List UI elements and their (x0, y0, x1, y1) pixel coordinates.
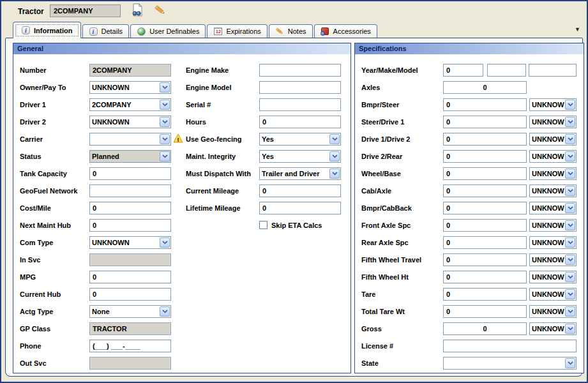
state-dropdown[interactable] (443, 357, 577, 370)
chevron-down-icon[interactable] (565, 237, 575, 248)
cab-axle-input[interactable]: 0 (443, 184, 527, 197)
fifth-wheel-travel-unit-dropdown[interactable]: UNKNOWN (529, 253, 577, 266)
actg-type-dropdown[interactable]: None (89, 305, 171, 318)
serial-input[interactable] (259, 98, 341, 111)
drive-1-drive-2-unit-dropdown[interactable]: UNKNOWN (529, 133, 577, 146)
lifetime-mileage-input[interactable]: 0 (259, 202, 341, 214)
chevron-down-icon[interactable] (565, 220, 575, 230)
chevron-down-icon[interactable] (565, 203, 575, 213)
chevron-down-icon[interactable] (329, 169, 340, 179)
front-axle-spc-input[interactable]: 0 (443, 219, 527, 232)
driver-2-dropdown[interactable]: UNKNOWN (89, 116, 171, 128)
current-mileage-input[interactable]: 0 (259, 184, 341, 197)
maint-integrity-dropdown[interactable]: Yes (259, 150, 341, 163)
next-maint-hub-input[interactable]: 0 (89, 219, 171, 232)
wheel-base-input[interactable]: 0 (443, 167, 527, 180)
com-type-dropdown[interactable]: UNKNOWN (89, 236, 171, 249)
steer-drive-1-unit-dropdown[interactable]: UNKNOWN (529, 116, 577, 128)
fifth-wheel-ht-input[interactable]: 0 (443, 271, 527, 283)
tare-unit-dropdown[interactable]: UNKNOWN (529, 288, 577, 301)
bmpr-steer-unit-dropdown[interactable]: UNKNOWN (529, 98, 577, 111)
current-mileage-input-value: 0 (262, 187, 266, 195)
tab-accessories[interactable]: Accessories (314, 24, 377, 38)
chevron-down-icon[interactable] (565, 186, 575, 196)
form-row: GP ClassTRACTOR (20, 320, 171, 337)
total-tare-wt-unit-dropdown[interactable]: UNKNOWN (529, 305, 577, 318)
must-dispatch-with-dropdown[interactable]: Trailer and Driver (259, 167, 341, 180)
drive-2-rear-unit-dropdown-value: UNKNOWN (530, 153, 564, 160)
tab-expirations[interactable]: 12Expirations (207, 24, 267, 38)
fifth-wheel-travel-input[interactable]: 0 (443, 253, 527, 266)
chevron-down-icon[interactable] (565, 255, 575, 265)
cab-axle-unit-dropdown[interactable]: UNKNOWN (529, 184, 577, 197)
axles-input[interactable]: 0 (443, 81, 527, 94)
bmpr-steer-input[interactable]: 0 (443, 98, 527, 111)
chevron-down-icon[interactable] (565, 358, 575, 368)
use-geo-fencing-dropdown[interactable]: Yes (259, 133, 341, 146)
hours-input[interactable]: 0 (259, 116, 341, 128)
drive-2-rear-input[interactable]: 0 (443, 150, 527, 163)
engine-model-input[interactable] (259, 81, 341, 94)
skip-eta-calcs-checkbox[interactable] (259, 221, 268, 229)
year-make-model-input-1[interactable]: 0 (443, 64, 483, 77)
form-row: Number2COMPANY (20, 61, 171, 79)
chevron-down-icon[interactable] (160, 100, 170, 110)
find-tractor-button[interactable] (129, 4, 146, 19)
license-input[interactable] (443, 340, 577, 352)
steer-drive-1-input[interactable]: 0 (443, 116, 527, 128)
phone-input[interactable]: (___) ___-____ (89, 340, 171, 352)
tab-user-definables[interactable]: User Definables (130, 24, 206, 38)
chevron-down-icon[interactable] (160, 237, 170, 248)
cost-mile-input[interactable]: 0 (89, 202, 171, 214)
driver-1-dropdown[interactable]: 2COMPANY (89, 98, 171, 111)
current-hub-label: Current Hub (20, 290, 89, 298)
tab-information[interactable]: iInformation (13, 22, 81, 38)
year-make-model-input-2[interactable] (487, 64, 526, 77)
total-tare-wt-input[interactable]: 0 (443, 305, 527, 318)
bmpr-cabback-unit-dropdown[interactable]: UNKNOWN (529, 202, 577, 214)
steer-drive-1-label: Steer/Drive 1 (361, 118, 441, 126)
chevron-down-icon[interactable] (160, 306, 170, 317)
chevron-down-icon[interactable] (565, 117, 575, 127)
chevron-down-icon[interactable] (565, 272, 575, 282)
mpg-input[interactable]: 0 (89, 271, 171, 283)
chevron-down-icon[interactable] (329, 134, 340, 144)
fifth-wheel-ht-unit-dropdown[interactable]: UNKNOWN (529, 271, 577, 283)
gross-input[interactable]: 0 (443, 322, 527, 335)
chevron-down-icon[interactable] (160, 134, 170, 144)
chevron-down-icon[interactable] (160, 82, 170, 93)
drive-2-rear-label: Drive 2/Rear (361, 153, 441, 160)
chevron-down-icon[interactable] (565, 100, 575, 110)
geofuel-network-input[interactable] (89, 184, 171, 197)
year-make-model-input-3[interactable] (529, 64, 577, 77)
tab-details[interactable]: iDetails (82, 24, 130, 38)
status-dropdown[interactable]: Planned (89, 150, 171, 163)
chevron-down-icon[interactable] (565, 324, 575, 334)
bmpr-cabback-input[interactable]: 0 (443, 202, 527, 214)
tab-notes[interactable]: Notes (269, 24, 313, 38)
chevron-down-icon[interactable] (565, 169, 575, 179)
chevron-down-icon[interactable] (565, 151, 575, 161)
engine-make-input[interactable] (259, 64, 341, 77)
drive-1-drive-2-input[interactable]: 0 (443, 133, 527, 146)
use-geo-fencing-label: Use Geo-fencing (186, 135, 259, 143)
front-axle-spc-unit-dropdown[interactable]: UNKNOWN (529, 219, 577, 232)
chevron-down-icon[interactable] (565, 289, 575, 299)
chevron-down-icon[interactable] (160, 117, 170, 127)
rear-axle-spc-input[interactable]: 0 (443, 236, 527, 249)
edit-tractor-button[interactable] (152, 4, 169, 19)
carrier-dropdown[interactable] (89, 133, 171, 146)
drive-2-rear-unit-dropdown[interactable]: UNKNOWN (529, 150, 577, 163)
chevron-down-icon[interactable] (329, 151, 340, 161)
owner-pay-to-dropdown[interactable]: UNKNOWN (89, 81, 171, 94)
chevron-down-icon[interactable] (160, 151, 170, 161)
rear-axle-spc-unit-dropdown[interactable]: UNKNOWN (529, 236, 577, 249)
current-hub-input[interactable]: 0 (89, 288, 171, 301)
gross-unit-dropdown[interactable]: UNKNOWN (529, 322, 577, 335)
chevron-down-icon[interactable] (565, 134, 575, 144)
chevron-down-icon[interactable] (565, 306, 575, 317)
tab-list-button[interactable]: ▼ (575, 27, 580, 33)
wheel-base-unit-dropdown[interactable]: UNKNOWN (529, 167, 577, 180)
tank-capacity-input[interactable]: 0 (89, 167, 171, 180)
tare-input[interactable]: 0 (443, 288, 527, 301)
